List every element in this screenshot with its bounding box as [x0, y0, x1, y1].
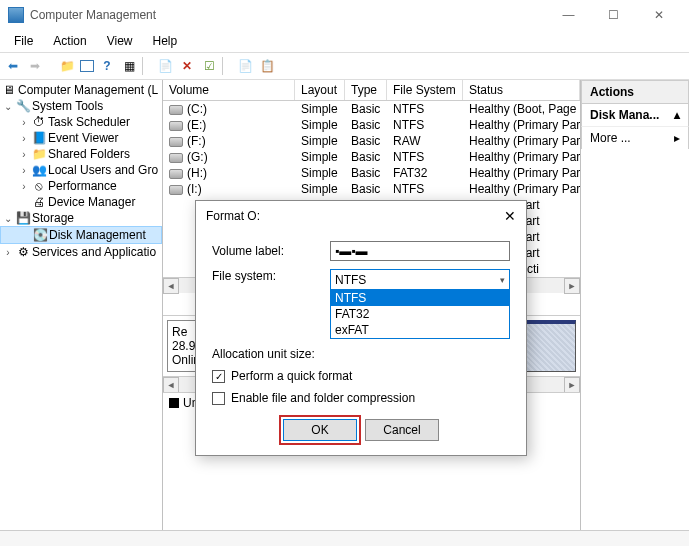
scroll-right-icon[interactable]: ►: [564, 278, 580, 294]
tree-task-scheduler[interactable]: ›⏱Task Scheduler: [0, 114, 162, 130]
collapse-icon: ▴: [674, 108, 680, 122]
panel-icon[interactable]: [80, 60, 94, 72]
col-filesystem[interactable]: File System: [387, 80, 463, 100]
help-icon[interactable]: ?: [98, 57, 116, 75]
statusbar: [0, 530, 689, 546]
filesystem-label: File system:: [212, 269, 330, 283]
props-icon[interactable]: 📋: [258, 57, 276, 75]
scroll-left-icon[interactable]: ◄: [163, 377, 179, 393]
swatch-unallocated: [169, 398, 179, 408]
folder-icon[interactable]: 📁: [58, 57, 76, 75]
dialog-close-icon[interactable]: ✕: [504, 208, 516, 224]
forward-icon[interactable]: ➡: [26, 57, 44, 75]
toolbar: ⬅ ➡ 📁 ? ▦ 📄 ✕ ☑ 📄 📋: [0, 52, 689, 80]
cancel-button[interactable]: Cancel: [365, 419, 439, 441]
table-row[interactable]: (H:)SimpleBasicFAT32Healthy (Primary Par…: [163, 165, 580, 181]
menu-view[interactable]: View: [97, 32, 143, 50]
menu-help[interactable]: Help: [143, 32, 188, 50]
menu-file[interactable]: File: [4, 32, 43, 50]
filesystem-combo[interactable]: NTFS▾ NTFS FAT32 exFAT: [330, 269, 510, 339]
compression-checkbox[interactable]: [212, 392, 225, 405]
volume-label-input[interactable]: [330, 241, 510, 261]
col-layout[interactable]: Layout: [295, 80, 345, 100]
format-dialog: Format O: ✕ Volume label: File system: N…: [195, 200, 527, 456]
tree-performance[interactable]: ›⦸Performance: [0, 178, 162, 194]
back-icon[interactable]: ⬅: [4, 57, 22, 75]
maximize-button[interactable]: ☐: [591, 1, 636, 29]
actions-pane: Actions Disk Mana...▴ More ...▸: [581, 80, 689, 530]
volume-header: Volume Layout Type File System Status: [163, 80, 580, 101]
nav-tree: 🖥Computer Management (L ⌄🔧System Tools ›…: [0, 80, 163, 530]
ok-button[interactable]: OK: [283, 419, 357, 441]
flag-icon[interactable]: 📄: [156, 57, 174, 75]
delete-icon[interactable]: ✕: [178, 57, 196, 75]
table-row[interactable]: (F:)SimpleBasicRAWHealthy (Primary Part: [163, 133, 580, 149]
menubar: File Action View Help: [0, 30, 689, 52]
col-volume[interactable]: Volume: [163, 80, 295, 100]
tree-shared-folders[interactable]: ›📁Shared Folders: [0, 146, 162, 162]
dialog-title: Format O:: [206, 209, 260, 223]
chevron-right-icon: ▸: [674, 131, 680, 145]
tree-services[interactable]: ›⚙Services and Applicatio: [0, 244, 162, 260]
tree-storage[interactable]: ⌄💾Storage: [0, 210, 162, 226]
scroll-right-icon[interactable]: ►: [564, 377, 580, 393]
tree-disk-management[interactable]: 💽Disk Management: [0, 226, 162, 244]
tree-system-tools[interactable]: ⌄🔧System Tools: [0, 98, 162, 114]
actions-header: Actions: [581, 80, 689, 104]
fs-option-exfat[interactable]: exFAT: [331, 322, 509, 338]
minimize-button[interactable]: —: [546, 1, 591, 29]
compression-label: Enable file and folder compression: [231, 391, 415, 405]
col-type[interactable]: Type: [345, 80, 387, 100]
new-icon[interactable]: 📄: [236, 57, 254, 75]
col-status[interactable]: Status: [463, 80, 580, 100]
menu-action[interactable]: Action: [43, 32, 96, 50]
volume-label-label: Volume label:: [212, 244, 330, 258]
tree-local-users[interactable]: ›👥Local Users and Gro: [0, 162, 162, 178]
allocation-label: Allocation unit size:: [212, 347, 330, 361]
fs-option-fat32[interactable]: FAT32: [331, 306, 509, 322]
tree-device-manager[interactable]: 🖨Device Manager: [0, 194, 162, 210]
scroll-left-icon[interactable]: ◄: [163, 278, 179, 294]
dialog-titlebar: Format O: ✕: [196, 201, 526, 231]
action-disk-management[interactable]: Disk Mana...▴: [581, 104, 689, 127]
volume-rows: (C:)SimpleBasicNTFSHealthy (Boot, Page F…: [163, 101, 580, 197]
table-row[interactable]: (E:)SimpleBasicNTFSHealthy (Primary Part: [163, 117, 580, 133]
table-row[interactable]: (C:)SimpleBasicNTFSHealthy (Boot, Page F: [163, 101, 580, 117]
filesystem-dropdown: NTFS FAT32 exFAT: [330, 289, 510, 339]
table-row[interactable]: (G:)SimpleBasicNTFSHealthy (Primary Part: [163, 149, 580, 165]
grid-icon[interactable]: ▦: [120, 57, 138, 75]
check-icon[interactable]: ☑: [200, 57, 218, 75]
close-button[interactable]: ✕: [636, 1, 681, 29]
tree-root[interactable]: 🖥Computer Management (L: [0, 82, 162, 98]
fs-option-ntfs[interactable]: NTFS: [331, 290, 509, 306]
quick-format-checkbox[interactable]: ✓: [212, 370, 225, 383]
tree-event-viewer[interactable]: ›📘Event Viewer: [0, 130, 162, 146]
chevron-down-icon: ▾: [500, 275, 505, 285]
table-row[interactable]: (I:)SimpleBasicNTFSHealthy (Primary Part: [163, 181, 580, 197]
filesystem-selected: NTFS: [335, 273, 366, 287]
titlebar: Computer Management — ☐ ✕: [0, 0, 689, 30]
quick-format-label: Perform a quick format: [231, 369, 352, 383]
app-icon: [8, 7, 24, 23]
window-title: Computer Management: [30, 8, 546, 22]
action-more[interactable]: More ...▸: [581, 127, 689, 149]
